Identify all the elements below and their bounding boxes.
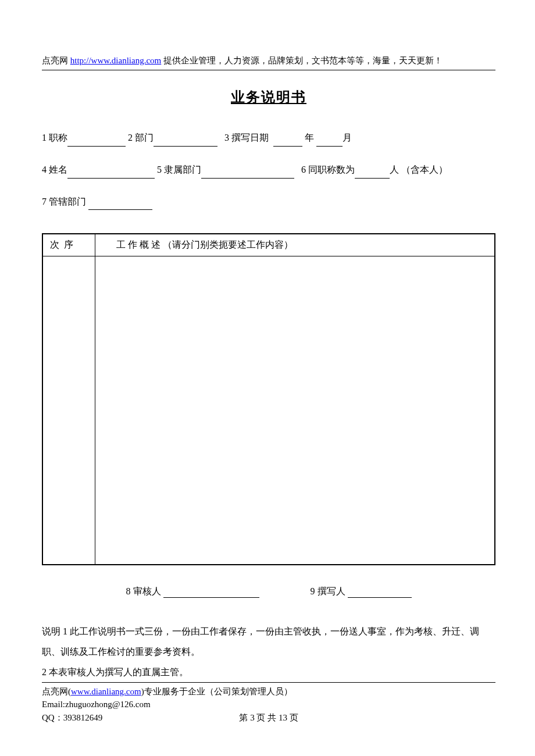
blank-name (67, 168, 155, 179)
label-year: 年 (305, 133, 314, 142)
label-same-title: 6 同职称数为 (301, 165, 355, 174)
label-reviewer: 8 审核人 (126, 586, 161, 596)
header-divider (42, 70, 495, 70)
signature-row: 8 审核人 9 撰写人 (42, 586, 495, 598)
blank-year (273, 136, 302, 147)
table-body-row (42, 256, 495, 565)
footer-email: Email:zhuguozhong@126.com (42, 698, 495, 711)
label-job-title: 1 职称 (42, 133, 67, 142)
blank-month (316, 136, 343, 147)
blank-reviewer (163, 587, 259, 598)
header-suffix: 提供企业管理，人力资源，品牌策划，文书范本等等，海量，天天更新！ (161, 56, 443, 65)
label-date: 3 撰写日期 (224, 133, 269, 142)
label-subordinate: 5 隶属部门 (157, 165, 201, 174)
footer-line-1: 点亮网(www.dianliang.com)专业服务于企业（公司策划管理人员） (42, 685, 495, 698)
blank-subordinate (201, 168, 294, 179)
table-header-row: 次 序 工 作 概 述 （请分门别类扼要述工作内容） (42, 234, 495, 256)
note-2: 2 本表审核人为撰写人的直属主管。 (42, 662, 495, 682)
blank-count (355, 168, 390, 179)
footer-suffix: )专业服务于企业（公司策划管理人员） (141, 687, 293, 696)
footer-link[interactable]: www.dianliang.com (71, 687, 141, 696)
note-1: 说明 1 此工作说明书一式三份，一份由工作者保存，一份由主管收执，一份送人事室，… (42, 621, 495, 662)
cell-order-body (42, 256, 95, 565)
blank-department (154, 136, 217, 147)
blank-job-title (67, 136, 126, 147)
header-link[interactable]: http://www.dianliang.com (70, 56, 162, 65)
label-writer: 9 撰写人 (311, 586, 345, 596)
form-row-2: 4 姓名 5 隶属部门 6 同职称数为人 （含本人） (42, 162, 495, 179)
form-row-1: 1 职称 2 部门 3 撰写日期 年 月 (42, 130, 495, 147)
col-order: 次 序 (42, 234, 95, 256)
label-people-suffix: 人 （含本人） (390, 165, 448, 174)
footer-divider (42, 682, 495, 683)
work-summary-table: 次 序 工 作 概 述 （请分门别类扼要述工作内容） (42, 233, 495, 565)
notes-section: 说明 1 此工作说明书一式三份，一份由工作者保存，一份由主管收执，一份送人事室，… (42, 621, 495, 683)
footer-bottom-row: QQ：393812649 第 3 页 共 13 页 (42, 711, 495, 725)
label-name: 4 姓名 (42, 165, 67, 174)
blank-manage-dept (88, 199, 152, 210)
cell-summary-body (95, 256, 495, 565)
footer-prefix: 点亮网( (42, 687, 71, 696)
label-department: 2 部门 (128, 133, 154, 142)
form-row-3: 7 管辖部门 (42, 194, 495, 211)
col-summary: 工 作 概 述 （请分门别类扼要述工作内容） (95, 234, 495, 256)
label-month: 月 (343, 133, 352, 142)
footer: 点亮网(www.dianliang.com)专业服务于企业（公司策划管理人员） … (42, 682, 495, 725)
header-text: 点亮网 http://www.dianliang.com 提供企业管理，人力资源… (42, 55, 495, 66)
page-number: 第 3 页 共 13 页 (42, 711, 495, 725)
label-manage-dept: 7 管辖部门 (42, 197, 86, 206)
document-title: 业务说明书 (42, 88, 495, 106)
header-prefix: 点亮网 (42, 56, 70, 65)
blank-writer (348, 587, 412, 598)
